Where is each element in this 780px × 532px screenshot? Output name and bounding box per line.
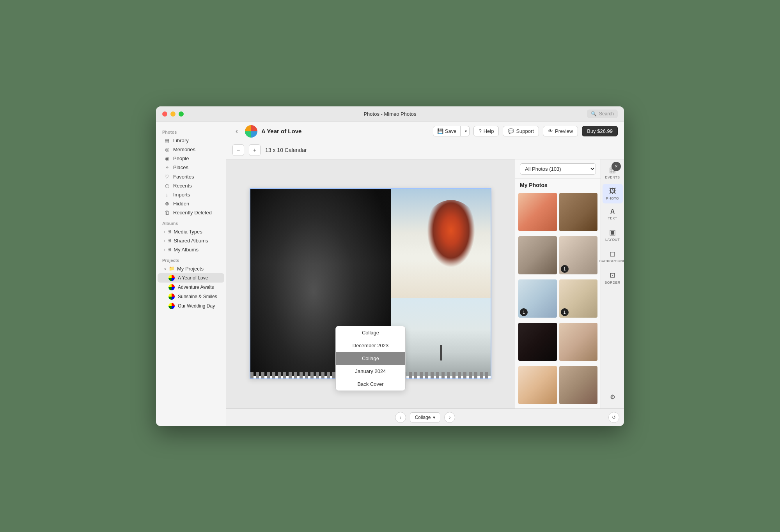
maximize-button[interactable] [179,111,184,117]
photo-panel: × ▦ EVENTS 🖼 PHOTO A TEXT [515,159,624,408]
window-title: Photos - Mimeo Photos [363,111,416,117]
my-projects-icon: 📁 [169,266,175,271]
dropdown-item-back-cover[interactable]: Back Cover [336,378,405,391]
sidebar-label-recently-deleted: Recently Deleted [173,210,212,216]
save-dropdown-arrow[interactable]: ▾ [463,127,469,135]
sidebar-item-favorites[interactable]: ♡ Favorites [158,172,224,181]
chevron-right-icon: › [164,230,165,234]
restore-button[interactable]: ↺ [608,412,619,423]
photo-thumb-5[interactable]: 1 [518,279,557,318]
settings-button[interactable]: ⚙ [608,391,618,403]
rs-text-label: TEXT [608,216,617,220]
photo-thumb-9[interactable] [518,366,557,405]
sidebar-item-people[interactable]: ◉ People [158,154,224,163]
rs-layout-label: LAYOUT [605,238,620,242]
sidebar-item-places[interactable]: ⌖ Places [158,163,224,172]
dropdown-item-collage-1[interactable]: Collage [336,326,405,339]
search-box[interactable]: 🔍 Search [587,110,618,118]
rs-text[interactable]: A TEXT [603,205,623,223]
rs-background-label: BACKGROUND [599,259,624,263]
photo-panel-title: My Photos [515,179,601,191]
photo-icon: 🖼 [609,187,616,195]
sidebar: Photos ▤ Library ◎ Memories ◉ People ⌖ P… [156,122,226,426]
photo-badge-4: 1 [561,265,569,273]
panel-close-button[interactable]: × [612,162,621,171]
background-icon: ◻ [610,249,615,258]
project-label-adventure-awaits: Adventure Awaits [178,285,214,290]
sidebar-group-my-albums[interactable]: › ⊞ My Albums [158,245,224,254]
sidebar-item-memories[interactable]: ◎ Memories [158,145,224,154]
sidebar-item-recents[interactable]: ◷ Recents [158,181,224,190]
page-selector-dropdown[interactable]: Collage ▾ [410,412,441,422]
photo-thumb-4[interactable]: 1 [559,236,598,275]
photo-thumb-8[interactable] [559,323,598,361]
buy-button[interactable]: Buy $26.99 [582,126,618,136]
people-icon: ◉ [164,156,170,161]
border-icon: ⊡ [610,271,615,279]
toolbar: ‹ A Year of Love 💾 Save ▾ ? Help 💬 Suppo [226,122,624,141]
sidebar-item-recently-deleted[interactable]: 🗑 Recently Deleted [158,208,224,217]
project-item-adventure-awaits[interactable]: Adventure Awaits [158,283,224,292]
project-label-year-of-love: A Year of Love [178,275,208,281]
preview-button[interactable]: 👁 Preview [543,126,578,136]
buy-label: Buy $26.99 [587,128,613,134]
trash-icon: 🗑 [164,210,170,216]
sidebar-group-my-projects[interactable]: ∨ 📁 My Projects [158,264,224,273]
sidebar-label-library: Library [173,138,189,143]
dropdown-item-december[interactable]: December 2023 [336,339,405,352]
project-item-sunshine-smiles[interactable]: Sunshine & Smiles [158,292,224,301]
prev-page-button[interactable]: ‹ [395,412,406,423]
dropdown-item-collage-selected[interactable]: Collage [336,352,405,365]
rs-photo[interactable]: 🖼 PHOTO [603,184,623,203]
rs-photo-label: PHOTO [606,196,619,200]
save-main[interactable]: 💾 Save [433,126,461,136]
zoom-in-button[interactable]: + [249,144,261,156]
sidebar-item-library[interactable]: ▤ Library [158,136,224,145]
project-label-sunshine-smiles: Sunshine & Smiles [178,294,217,299]
page-subtitle: 13 x 10 Calendar [265,147,307,153]
photo-thumb-2[interactable] [559,193,598,232]
page-dropdown-menu: Collage December 2023 Collage January 20… [335,326,406,391]
dropdown-item-january[interactable]: January 2024 [336,365,405,378]
rs-events-label: EVENTS [605,175,620,179]
project-item-year-of-love[interactable]: A Year of Love [158,273,224,283]
rs-border[interactable]: ⊡ BORDER [603,268,623,288]
close-button[interactable] [162,111,167,117]
help-button[interactable]: ? Help [473,126,499,136]
zoom-out-button[interactable]: − [232,144,244,156]
photo-right-top [391,189,491,298]
photo-thumb-10[interactable] [559,366,598,405]
sidebar-label-hidden: Hidden [173,201,189,207]
sidebar-group-media-types[interactable]: › ⊞ Media Types [158,227,224,236]
sidebar-item-hidden[interactable]: ⊗ Hidden [158,199,224,208]
photo-thumb-6[interactable]: 1 [559,279,598,318]
photo-right [391,189,491,376]
project-item-our-wedding-day[interactable]: Our Wedding Day [158,301,224,311]
photo-right-bottom [391,298,491,376]
memories-icon: ◎ [164,147,170,152]
photo-thumb-7[interactable] [518,323,557,361]
save-icon: 💾 [437,128,443,134]
support-button[interactable]: 💬 Support [503,126,539,136]
rs-background[interactable]: ◻ BACKGROUND [603,246,623,266]
support-label: Support [516,128,534,134]
project-icon-adventure-awaits [168,284,175,290]
sidebar-label-memories: Memories [173,147,195,152]
photo-filter-select[interactable]: All Photos (103) [520,163,596,175]
sidebar-group-shared-albums[interactable]: › ⊞ Shared Albums [158,236,224,245]
next-page-button[interactable]: › [444,412,455,423]
sidebar-label-media-types: Media Types [174,229,202,235]
search-icon: 🔍 [591,111,597,117]
photos-section-label: Photos [156,126,226,136]
sidebar-label-places: Places [173,164,188,170]
sidebar-item-imports[interactable]: ↓ Imports [158,190,224,199]
save-button[interactable]: 💾 Save ▾ [433,126,470,136]
my-albums-icon: ⊞ [167,247,171,252]
back-button[interactable]: ‹ [232,127,241,135]
sidebar-label-imports: Imports [173,192,190,198]
minimize-button[interactable] [170,111,176,117]
chevron-down-icon: ▾ [433,415,435,420]
rs-layout[interactable]: ▣ LAYOUT [603,225,623,245]
photo-thumb-1[interactable] [518,193,557,232]
photo-thumb-3[interactable] [518,236,557,275]
